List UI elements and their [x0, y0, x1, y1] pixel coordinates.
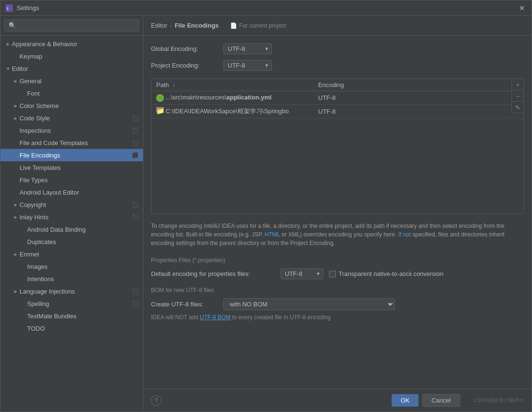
sidebar-item-intentions[interactable]: Intentions: [0, 273, 143, 285]
expand-arrow-code-style: [12, 114, 20, 122]
html-link[interactable]: HTML: [265, 231, 280, 238]
sidebar-item-file-encodings[interactable]: File Encodings ⬛: [0, 149, 143, 161]
folder-icon: 📁: [156, 107, 164, 113]
default-encoding-label: Default encoding for properties files:: [151, 270, 275, 277]
sidebar-item-label: Keymap: [20, 53, 139, 60]
sidebar-item-label: Duplicates: [27, 238, 139, 245]
sidebar-item-textmate[interactable]: TextMate Bundles: [0, 310, 143, 322]
transparent-checkbox[interactable]: [329, 271, 336, 277]
close-button[interactable]: ✕: [517, 3, 527, 13]
sidebar-item-color-scheme[interactable]: Color Scheme: [0, 99, 143, 112]
for-project-label: For current project: [239, 22, 286, 29]
sidebar-item-language-injections[interactable]: Language Injections ⬛: [0, 285, 143, 297]
global-encoding-dropdown[interactable]: UTF-8 UTF-16 ISO-8859-1: [223, 43, 272, 54]
sidebar-item-emmet[interactable]: Emmet: [0, 248, 143, 260]
if-not-link[interactable]: If not: [398, 231, 411, 238]
sidebar-item-file-code-templates[interactable]: File and Code Templates ⬛: [0, 137, 143, 149]
project-encoding-dropdown[interactable]: UTF-8 UTF-16 ISO-8859-1: [223, 60, 272, 71]
breadcrumb-current: File Encodings: [175, 22, 219, 29]
sidebar-item-label: Inlay Hints: [20, 214, 130, 221]
sidebar-item-images[interactable]: Images: [0, 260, 143, 273]
file-table-container: + − ✎ Path ↑ Encoding: [151, 78, 524, 214]
global-encoding-label: Global Encoding:: [151, 45, 218, 52]
bom-row: Create UTF-8 files: with NO BOM with BOM…: [151, 298, 524, 310]
sidebar-item-android-data-binding[interactable]: Android Data Binding: [0, 223, 143, 235]
project-encoding-dropdown-wrapper: UTF-8 UTF-16 ISO-8859-1 ▼: [223, 60, 272, 71]
badge-inlay-hints: ⬛: [131, 213, 139, 221]
sidebar-item-label: Font: [27, 90, 139, 97]
breadcrumb: Editor › File Encodings: [151, 22, 219, 29]
help-button[interactable]: ?: [151, 395, 161, 406]
titlebar: I Settings ✕: [0, 0, 532, 16]
remove-file-button[interactable]: −: [512, 90, 523, 102]
bom-note-prefix: IDEA will NOT add: [151, 314, 200, 321]
expand-arrow-general: [12, 77, 20, 85]
edit-file-button[interactable]: ✎: [512, 102, 523, 113]
sidebar-item-label: File Types: [20, 177, 139, 184]
sidebar: Appearance & Behavior Keymap Editor: [0, 16, 143, 412]
bom-note-suffix: to every created file in UTF-8 encoding: [231, 314, 331, 321]
sidebar-item-inspections[interactable]: Inspections ⬛: [0, 124, 143, 137]
path-column-header: Path ↑: [151, 79, 313, 91]
sidebar-item-label: File and Code Templates: [20, 139, 130, 147]
sidebar-item-duplicates[interactable]: Duplicates: [0, 235, 143, 248]
sidebar-item-todo[interactable]: TODO: [0, 322, 143, 334]
file-encoding-text: UTF-8: [318, 94, 336, 101]
file-path-text: ...\src\main\resources\application.yml: [166, 94, 272, 101]
project-icon: 📄: [230, 22, 237, 29]
sidebar-item-code-style[interactable]: Code Style ⬛: [0, 112, 143, 124]
file-encoding-text: UTF-8: [318, 108, 336, 115]
sidebar-item-label: Spelling: [27, 300, 130, 307]
properties-encoding-dropdown[interactable]: UTF-8 UTF-16: [281, 268, 323, 279]
badge-file-code-templates: ⬛: [131, 139, 139, 147]
sidebar-item-label: Appearance & Behavior: [12, 40, 139, 48]
table-row[interactable]: 🌿 ...\src\main\resources\application.yml…: [151, 91, 523, 105]
badge-inspections: ⬛: [131, 127, 139, 134]
encoding-column-header: Encoding: [313, 79, 523, 91]
svg-text:I: I: [7, 6, 9, 11]
bom-section: BOM for new UTF-8 files Create UTF-8 fil…: [151, 285, 524, 321]
sidebar-item-general[interactable]: General: [0, 75, 143, 87]
properties-section: Properties Files (*.properties) Default …: [151, 255, 524, 279]
sidebar-item-label: Copyright: [20, 201, 130, 208]
sidebar-item-label: General: [20, 78, 139, 85]
table-toolbar: + − ✎: [512, 79, 523, 113]
sidebar-item-appearance[interactable]: Appearance & Behavior: [0, 38, 143, 50]
ok-button[interactable]: OK: [391, 394, 419, 407]
expand-arrow-inlay-hints: [12, 213, 20, 221]
sidebar-item-android-layout[interactable]: Android Layout Editor: [0, 186, 143, 198]
sidebar-tree: Appearance & Behavior Keymap Editor: [0, 36, 143, 412]
main-content: Appearance & Behavior Keymap Editor: [0, 16, 532, 412]
expand-arrow-appearance: [4, 40, 12, 48]
sidebar-item-spelling[interactable]: Spelling ⬛: [0, 297, 143, 310]
search-input[interactable]: [4, 20, 139, 31]
sidebar-item-label: Images: [27, 263, 139, 270]
sidebar-item-inlay-hints[interactable]: Inlay Hints ⬛: [0, 211, 143, 223]
bom-dropdown[interactable]: with NO BOM with BOM: [223, 298, 395, 310]
bom-note: IDEA will NOT add UTF-8 BOM to every cre…: [151, 314, 524, 321]
sidebar-item-label: Inspections: [20, 127, 130, 134]
sidebar-item-label: Live Templates: [20, 164, 139, 171]
sidebar-item-copyright[interactable]: Copyright ⬛: [0, 198, 143, 211]
global-encoding-row: Global Encoding: UTF-8 UTF-16 ISO-8859-1…: [151, 43, 524, 54]
badge-copyright: ⬛: [131, 201, 139, 208]
bottom-bar: ? OK Cancel CSDN@狂奔の蜗牛rz: [143, 389, 532, 412]
add-file-button[interactable]: +: [512, 79, 523, 90]
table-row[interactable]: 📁 C:\IDEA\IDEAWorkSapce\框架学习\Springbo UT…: [151, 105, 523, 118]
sidebar-item-editor[interactable]: Editor: [0, 62, 143, 75]
breadcrumb-separator: ›: [170, 23, 172, 29]
sidebar-item-file-types[interactable]: File Types: [0, 174, 143, 186]
for-project: 📄 For current project: [230, 22, 286, 29]
create-utf8-label: Create UTF-8 files:: [151, 301, 218, 308]
sidebar-item-font[interactable]: Font: [0, 87, 143, 99]
settings-window: I Settings ✕ Appearance & Behavior: [0, 0, 532, 412]
sidebar-item-label: File Encodings: [20, 152, 130, 159]
sidebar-item-label: Color Scheme: [20, 102, 139, 109]
sidebar-item-keymap[interactable]: Keymap: [0, 50, 143, 62]
sidebar-item-label: Language Injections: [20, 288, 130, 295]
expand-arrow-emmet: [12, 250, 20, 258]
sidebar-item-live-templates[interactable]: Live Templates: [0, 161, 143, 174]
project-encoding-label: Project Encoding:: [151, 62, 218, 69]
cancel-button[interactable]: Cancel: [422, 394, 460, 407]
utf8-bom-link[interactable]: UTF-8 BOM: [200, 314, 231, 321]
